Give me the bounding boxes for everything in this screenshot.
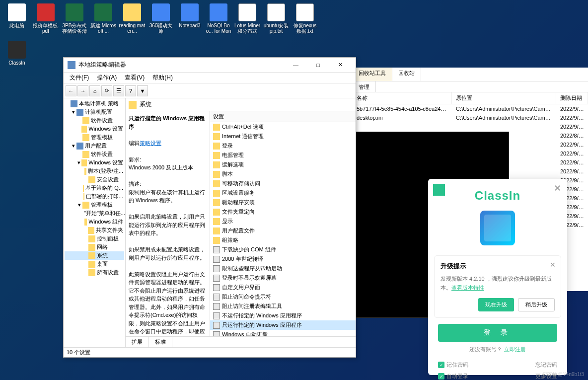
setting-item[interactable]: Ctrl+Alt+Del 选项 bbox=[210, 122, 356, 132]
gpedit-window[interactable]: 本地组策略编辑器 — □ ✕ 文件(F) 操作(A) 查看(V) 帮助(H) ←… bbox=[63, 57, 356, 358]
explorer-tab-tools[interactable]: 回收站工具 bbox=[353, 68, 392, 81]
desktop-icon[interactable]: NoSQLBoo... for Mongo... bbox=[204, 2, 233, 40]
forgot-link[interactable]: 忘记密码 bbox=[535, 361, 557, 369]
setting-item[interactable]: 显示 bbox=[210, 217, 356, 226]
tree-item[interactable]: 所有设置 bbox=[65, 268, 124, 277]
autologin-checkbox[interactable]: ✓自动登录 bbox=[438, 373, 468, 380]
tab-extended[interactable]: 扩展 bbox=[126, 337, 149, 347]
col-deleted[interactable]: 删除日期 bbox=[556, 92, 588, 104]
tree-item[interactable]: 桌面 bbox=[65, 260, 124, 268]
table-row[interactable]: 5b7177f4-5e85-454c-a105-c8ea24a...C:\Use… bbox=[353, 104, 588, 113]
menu-action[interactable]: 操作(A) bbox=[93, 73, 121, 83]
setting-item[interactable]: 2000 年世纪转译 bbox=[210, 254, 356, 264]
tool-help[interactable]: ? bbox=[125, 85, 136, 96]
setting-item[interactable]: 区域设置服务 bbox=[210, 188, 356, 198]
desktop-icon[interactable]: Notepad3 bbox=[175, 2, 204, 40]
tree-item[interactable]: Windows 组件 bbox=[65, 218, 124, 226]
version-features-link[interactable]: 查看版本特性 bbox=[451, 285, 484, 291]
tree-item[interactable]: 安全设置 bbox=[65, 175, 124, 184]
tree-item[interactable]: ▾Windows 设置 bbox=[65, 158, 124, 167]
classin-dialog[interactable]: ✕ ClassIn ✕ 升级提示 发现新版本 4.2.10 ，强烈建议你升级到最… bbox=[428, 179, 567, 375]
desktop-icon[interactable]: reading materi... bbox=[118, 2, 147, 40]
desktop-icon[interactable]: 此电脑 bbox=[2, 2, 31, 40]
upgrade-close-button[interactable]: ✕ bbox=[550, 261, 556, 269]
setting-item[interactable]: Internet 通信管理 bbox=[210, 132, 356, 141]
desktop-icon[interactable]: Lotus Miner 和分布式设... bbox=[233, 2, 262, 40]
tree-item[interactable]: "开始"菜单和任... bbox=[65, 209, 124, 218]
tree-item[interactable]: 控制面板 bbox=[65, 234, 124, 243]
setting-item[interactable]: 脚本 bbox=[210, 169, 356, 179]
minimize-button[interactable]: — bbox=[285, 58, 307, 72]
list-header[interactable]: 设置 bbox=[210, 111, 356, 122]
edit-policy-link[interactable]: 策略设置 bbox=[140, 140, 161, 146]
tool-back[interactable]: ← bbox=[66, 85, 76, 96]
col-origin[interactable]: 原位置 bbox=[452, 92, 556, 104]
upgrade-now-button[interactable]: 现在升级 bbox=[478, 298, 514, 311]
menu-file[interactable]: 文件(F) bbox=[66, 73, 93, 83]
setting-item[interactable]: 用户配置文件 bbox=[210, 226, 356, 235]
tree-item[interactable]: ▾用户配置 bbox=[65, 142, 124, 150]
tree-item[interactable]: ▾计算机配置 bbox=[65, 108, 124, 116]
setting-item[interactable]: 阻止访问命令提示符 bbox=[210, 292, 356, 302]
tab-standard[interactable]: 标准 bbox=[149, 337, 172, 347]
tool-refresh[interactable]: ⟳ bbox=[101, 85, 112, 96]
desktop-icon[interactable] bbox=[319, 2, 348, 40]
setting-item[interactable]: 登录 bbox=[210, 141, 356, 151]
settings-list[interactable]: 设置 Ctrl+Alt+Del 选项Internet 通信管理登录电源管理缓解选… bbox=[210, 111, 356, 336]
tree-item[interactable]: 基于策略的 Q... bbox=[65, 184, 124, 192]
setting-item[interactable]: 阻止访问注册表编辑工具 bbox=[210, 302, 356, 311]
tree-item[interactable]: Windows 设置 bbox=[65, 125, 124, 133]
setting-item[interactable]: 下载缺少的 COM 组件 bbox=[210, 245, 356, 254]
setting-item[interactable]: 登录时不显示欢迎屏幕 bbox=[210, 273, 356, 283]
desktop-icon[interactable]: 新建 Microsoft ... bbox=[89, 2, 118, 40]
gpedit-tree[interactable]: 本地计算机 策略▾计算机配置软件设置Windows 设置管理模板▾用户配置软件设… bbox=[64, 98, 126, 347]
setting-item[interactable]: Windows 自动更新 bbox=[210, 330, 356, 336]
desktop-icon[interactable]: 360驱动大师 bbox=[147, 2, 175, 40]
setting-item[interactable]: 不运行指定的 Windows 应用程序 bbox=[210, 311, 356, 320]
setting-item[interactable]: 文件夹重定向 bbox=[210, 207, 356, 217]
tool-fwd[interactable]: → bbox=[77, 85, 88, 96]
menu-view[interactable]: 查看(V) bbox=[121, 73, 148, 83]
setting-item[interactable]: 缓解选项 bbox=[210, 160, 356, 169]
tool-up[interactable]: ⌂ bbox=[89, 85, 100, 96]
qr-icon[interactable] bbox=[433, 184, 445, 196]
tree-item[interactable]: 共享文件夹 bbox=[65, 226, 124, 234]
setting-item[interactable]: 自定义用户界面 bbox=[210, 283, 356, 292]
desktop-icon[interactable]: 3PB分布式存储设备清单... bbox=[60, 2, 89, 40]
tool-props[interactable]: ☰ bbox=[113, 85, 124, 96]
tree-item[interactable]: 软件设置 bbox=[65, 116, 124, 125]
desktop-icon[interactable]: ubuntu安装 pip.txt bbox=[262, 2, 291, 40]
setting-item[interactable]: 驱动程序安装 bbox=[210, 198, 356, 207]
table-row[interactable]: desktop.iniC:\Users\Administrator\Pictur… bbox=[353, 113, 588, 122]
remember-checkbox[interactable]: ✓记住密码 bbox=[438, 361, 468, 369]
classin-close-button[interactable]: ✕ bbox=[554, 183, 561, 194]
upgrade-later-button[interactable]: 稍后升级 bbox=[518, 298, 555, 311]
tree-item[interactable]: 网络 bbox=[65, 243, 124, 251]
setting-item[interactable]: 组策略 bbox=[210, 235, 356, 245]
setting-item[interactable]: 只运行指定的 Windows 应用程序 bbox=[210, 320, 356, 330]
tree-item[interactable]: 系统 bbox=[65, 251, 124, 260]
setting-item[interactable]: 限制这些程序从帮助启动 bbox=[210, 264, 356, 273]
desktop-icon[interactable]: ClassIn bbox=[2, 40, 31, 77]
tool-filter[interactable]: ▼ bbox=[137, 85, 148, 96]
tree-item[interactable]: 本地计算机 策略 bbox=[65, 99, 124, 108]
register-link[interactable]: 立即注册 bbox=[504, 346, 526, 352]
tree-item[interactable]: 已部署的打印... bbox=[65, 192, 124, 201]
maximize-button[interactable]: □ bbox=[307, 58, 329, 72]
tree-item[interactable]: 软件设置 bbox=[65, 150, 124, 158]
setting-item[interactable]: 可移动存储访问 bbox=[210, 179, 356, 188]
close-button[interactable]: ✕ bbox=[329, 58, 352, 72]
col-name[interactable]: 名称 bbox=[353, 92, 452, 104]
titlebar[interactable]: 本地组策略编辑器 — □ ✕ bbox=[64, 58, 356, 73]
login-button[interactable]: 登 录 bbox=[438, 324, 557, 342]
menu-help[interactable]: 帮助(H) bbox=[148, 73, 177, 83]
tree-item[interactable]: 管理模板 bbox=[65, 133, 124, 142]
setting-item[interactable]: 电源管理 bbox=[210, 151, 356, 160]
tree-item[interactable]: ▾管理模板 bbox=[65, 201, 124, 209]
desktop-icon[interactable]: 修复nexus 数据.txt bbox=[291, 2, 319, 40]
table-row[interactable]: 2022/9/8 1 bbox=[353, 122, 588, 131]
desktop-icon[interactable]: 报价单模板.pdf bbox=[31, 2, 60, 40]
explorer-tab-recycle[interactable]: 回收站 bbox=[392, 68, 421, 81]
tree-item[interactable]: 脚本(登录/注... bbox=[65, 167, 124, 175]
explorer-subtab-manage[interactable]: 管理 bbox=[353, 81, 376, 92]
